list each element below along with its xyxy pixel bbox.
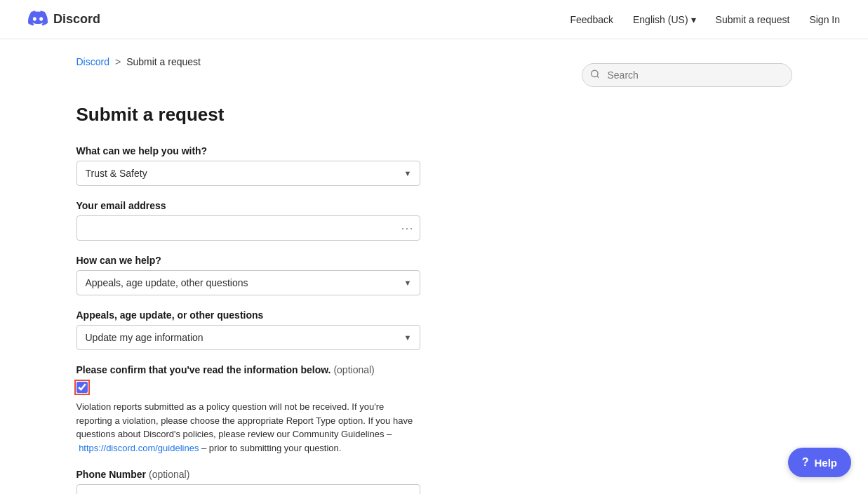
how-help-group: How can we help? Appeals, age update, ot… — [76, 255, 420, 295]
phone-input[interactable] — [76, 484, 420, 494]
appeals-select[interactable]: Update my age information Appeal a ban O… — [76, 325, 420, 350]
how-help-select[interactable]: Appeals, age update, other questions Rep… — [76, 270, 420, 295]
help-topic-label: What can we help you with? — [76, 145, 420, 156]
how-help-select-wrapper: Appeals, age update, other questions Rep… — [76, 270, 420, 295]
checkbox-wrapper — [76, 381, 420, 393]
sign-in-link[interactable]: Sign In — [809, 14, 840, 25]
chevron-down-icon: ▾ — [691, 14, 696, 25]
breadcrumb: Discord > Submit a request — [76, 56, 201, 67]
email-dots-icon: ⋯ — [401, 220, 413, 236]
phone-label: Phone Number (optional) — [76, 469, 420, 480]
appeals-group: Appeals, age update, or other questions … — [76, 309, 420, 350]
breadcrumb-home[interactable]: Discord — [76, 56, 109, 67]
confirm-label: Please confirm that you've read the info… — [76, 364, 420, 375]
logo[interactable]: Discord — [28, 8, 100, 30]
breadcrumb-current: Submit a request — [126, 56, 201, 67]
confirm-checkbox[interactable] — [76, 382, 88, 393]
svg-line-1 — [596, 76, 599, 78]
phone-group: Phone Number (optional) Registered using… — [76, 469, 420, 494]
page-title: Submit a request — [76, 104, 420, 126]
how-help-label: How can we help? — [76, 255, 420, 266]
email-group: Your email address ⋯ — [76, 200, 420, 241]
submit-request-link[interactable]: Submit a request — [716, 14, 790, 25]
search-input[interactable] — [582, 63, 792, 87]
email-input[interactable] — [76, 215, 420, 241]
main-container: Discord > Submit a request Submit a requ… — [48, 39, 820, 494]
discord-logo-icon — [28, 8, 48, 30]
form-area: Submit a request What can we help you wi… — [76, 104, 420, 494]
svg-point-0 — [591, 70, 597, 76]
help-circle-icon: ? — [802, 456, 809, 469]
email-input-wrapper: ⋯ — [76, 215, 420, 241]
guidelines-link[interactable]: https://discord.com/guidelines — [79, 443, 199, 453]
confirm-group: Please confirm that you've read the info… — [76, 364, 420, 455]
feedback-link[interactable]: Feedback — [570, 14, 613, 25]
header: Discord Feedback English (US) ▾ Submit a… — [0, 0, 868, 39]
email-label: Your email address — [76, 200, 420, 211]
right-spacer — [448, 104, 792, 494]
logo-text: Discord — [53, 12, 100, 27]
appeals-label: Appeals, age update, or other questions — [76, 309, 420, 321]
help-button[interactable]: ? Help — [788, 448, 851, 477]
search-wrapper — [582, 63, 792, 87]
search-icon — [590, 69, 600, 81]
appeals-select-wrapper: Update my age information Appeal a ban O… — [76, 325, 420, 350]
header-nav: Feedback English (US) ▾ Submit a request… — [570, 14, 840, 25]
breadcrumb-separator: > — [115, 56, 121, 67]
help-topic-select-wrapper: Trust & Safety Billing Technical Issue A… — [76, 161, 420, 186]
help-topic-select[interactable]: Trust & Safety Billing Technical Issue A… — [76, 161, 420, 186]
content-layout: Submit a request What can we help you wi… — [76, 104, 792, 494]
language-button[interactable]: English (US) ▾ — [633, 14, 696, 25]
help-topic-group: What can we help you with? Trust & Safet… — [76, 145, 420, 186]
policy-notice: Violation reports submitted as a policy … — [76, 400, 420, 455]
